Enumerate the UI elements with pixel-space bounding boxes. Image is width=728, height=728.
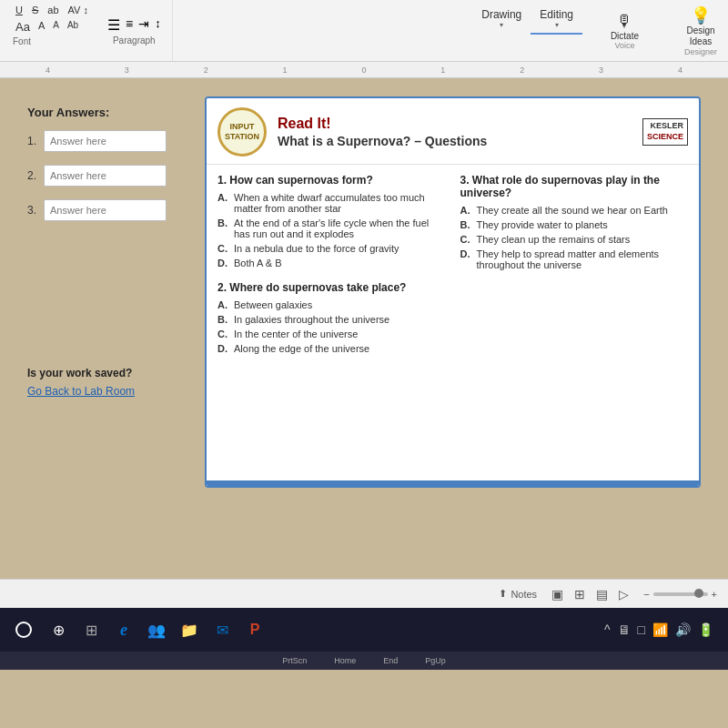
q3-a-text: They create all the sound we hear on Ear… xyxy=(477,205,668,216)
question-3-block: 3. What role do supernovas play in the u… xyxy=(460,174,689,270)
q3-d-text: They help to spread matter and elements … xyxy=(477,248,689,270)
zoom-plus-btn[interactable]: + xyxy=(712,589,717,600)
q3-b-letter: B. xyxy=(460,219,473,230)
kesler-logo: KESLER SCIENCE xyxy=(642,118,688,145)
q3-option-c: C. They clean up the remains of stars xyxy=(460,234,689,245)
go-back-link[interactable]: Go Back to Lab Room xyxy=(27,385,187,398)
q2-a-text: Between galaxies xyxy=(234,299,312,310)
kb-pgup: PgUp xyxy=(425,656,446,665)
q2-c-letter: C. xyxy=(217,329,230,339)
voice-section[interactable]: 🎙 Dictate Voice xyxy=(603,0,646,62)
strikethrough-btn[interactable]: S xyxy=(29,4,41,16)
tab-drawing[interactable]: Drawing ▾ xyxy=(472,5,531,35)
q3-a-letter: A. xyxy=(460,205,473,216)
taskbar-wifi-icon[interactable]: 📶 xyxy=(652,622,668,637)
paragraph-section-label: Paragraph xyxy=(113,35,156,46)
answer-input-3[interactable] xyxy=(44,199,167,221)
slideshow-icon[interactable]: ▷ xyxy=(619,587,629,602)
taskbar: ⊕ ⊞ e 👥 📁 ✉ P ^ 🖥 □ 📶 🔊 🔋 xyxy=(0,608,728,652)
designer-section[interactable]: 💡 DesignIdeas Designer xyxy=(673,0,728,62)
designer-icon: 💡 xyxy=(691,5,711,25)
main-content-area: Your Answers: 1. 2. 3. Is your work save… xyxy=(0,78,728,579)
read-it-title: Read It! xyxy=(278,116,632,132)
answer-input-2[interactable] xyxy=(44,165,167,187)
list-icon[interactable]: ≡ xyxy=(126,16,133,34)
zoom-slider[interactable] xyxy=(653,592,708,596)
voice-label: Voice xyxy=(614,41,634,50)
q2-a-letter: A. xyxy=(217,299,230,310)
taskbar-volume-icon[interactable]: 🔊 xyxy=(675,622,691,637)
taskbar-battery-icon: 🔋 xyxy=(698,622,713,637)
question-1-text: 1. How can supernovas form? xyxy=(217,174,446,187)
q1-a-text: When a white dwarf accumulates too much … xyxy=(234,192,446,214)
editing-caret: ▾ xyxy=(555,21,559,29)
ruler-mark-4r: 4 xyxy=(678,66,682,75)
q3-c-text: They clean up the remains of stars xyxy=(477,234,631,245)
is-saved-label: Is your work saved? xyxy=(27,367,187,379)
font-a-small: A xyxy=(50,19,62,35)
reading-view-icon[interactable]: ▤ xyxy=(596,587,608,602)
answer-num-2: 2. xyxy=(27,169,40,182)
zoom-minus-btn[interactable]: − xyxy=(643,589,649,600)
slide-sorter-icon[interactable]: ⊞ xyxy=(574,587,585,602)
q1-option-b: B. At the end of a star's life cycle whe… xyxy=(217,217,446,239)
taskbar-language-icon: □ xyxy=(638,622,645,637)
ruler-mark-3r: 3 xyxy=(599,66,603,75)
normal-view-icon[interactable]: ▣ xyxy=(551,587,563,602)
question-2-text: 2. Where do supernovas take place? xyxy=(217,281,446,294)
q1-label: How can supernovas form? xyxy=(229,174,372,187)
q3-c-letter: C. xyxy=(460,234,473,245)
tab-editing[interactable]: Editing ▾ xyxy=(531,5,582,35)
answer-num-1: 1. xyxy=(27,135,40,147)
align-left-icon[interactable]: ☰ xyxy=(107,16,120,34)
ribbon-bar: U S ab AV ↕ Aa A A Ab Font ☰ ≡ ⇥ ↕ Parag… xyxy=(0,0,728,62)
q3-b-text: They provide water to planets xyxy=(477,219,608,230)
q1-c-letter: C. xyxy=(217,243,230,254)
taskbar-edge-icon[interactable]: e xyxy=(109,615,138,644)
question-3-text: 3. What role do supernovas play in the u… xyxy=(460,174,689,199)
q2-d-text: Along the edge of the universe xyxy=(234,343,369,354)
indent-icon[interactable]: ⇥ xyxy=(138,16,149,34)
q1-option-a: A. When a white dwarf accumulates too mu… xyxy=(217,192,446,214)
font-row-top: U S ab AV ↕ xyxy=(13,4,91,16)
q3-option-a: A. They create all the sound we hear on … xyxy=(460,205,689,216)
question-1-block: 1. How can supernovas form? A. When a wh… xyxy=(217,174,446,268)
worksheet-subtitle: What is a Supernova? – Questions xyxy=(278,134,632,148)
av-arrow[interactable]: AV ↕ xyxy=(66,4,91,16)
font-ab-btn[interactable]: Ab xyxy=(65,19,81,35)
taskbar-mail-icon[interactable]: ✉ xyxy=(207,615,237,644)
worksheet-col-left: 1. How can supernovas form? A. When a wh… xyxy=(217,174,446,367)
start-button[interactable] xyxy=(7,613,40,646)
q3-d-letter: D. xyxy=(460,248,473,270)
worksheet-bottom-accent xyxy=(207,480,699,486)
taskbar-chevron-icon[interactable]: ^ xyxy=(604,622,611,637)
notes-button[interactable]: ⬆ Notes xyxy=(499,588,537,600)
av-label: ab xyxy=(45,4,61,16)
kb-prtscn: PrtScn xyxy=(282,656,307,665)
q1-option-d: D. Both A & B xyxy=(217,258,446,268)
underline-btn[interactable]: U xyxy=(13,4,25,16)
q2-option-d: D. Along the edge of the universe xyxy=(217,343,446,354)
taskbar-widgets-icon[interactable]: ⊞ xyxy=(76,615,106,644)
q1-d-letter: D. xyxy=(217,258,230,268)
spacing-icon[interactable]: ↕ xyxy=(155,16,161,34)
answer-row-1: 1. xyxy=(27,130,187,152)
q2-d-letter: D. xyxy=(217,343,230,354)
worksheet-header: INPUT STATION Read It! What is a Superno… xyxy=(207,98,699,165)
dictate-label: Dictate xyxy=(611,31,639,41)
taskbar-search-icon[interactable]: ⊕ xyxy=(44,615,73,644)
answer-row-3: 3. xyxy=(27,199,187,221)
ruler-mark-1r: 1 xyxy=(440,66,445,75)
q2-b-text: In galaxies throughout the universe xyxy=(234,314,389,325)
start-icon xyxy=(15,622,32,638)
taskbar-network-icon[interactable]: 🖥 xyxy=(618,622,631,637)
q1-b-text: At the end of a star's life cycle when t… xyxy=(234,217,446,239)
left-panel: Your Answers: 1. 2. 3. Is your work save… xyxy=(27,96,187,398)
font-a-large: A xyxy=(35,19,47,35)
answer-input-1[interactable] xyxy=(44,130,167,152)
taskbar-powerpoint-icon[interactable]: P xyxy=(240,615,269,644)
badge-line1: INPUT xyxy=(230,122,255,132)
taskbar-teams-icon[interactable]: 👥 xyxy=(142,615,171,644)
q2-b-letter: B. xyxy=(217,314,230,325)
taskbar-explorer-icon[interactable]: 📁 xyxy=(175,615,204,644)
